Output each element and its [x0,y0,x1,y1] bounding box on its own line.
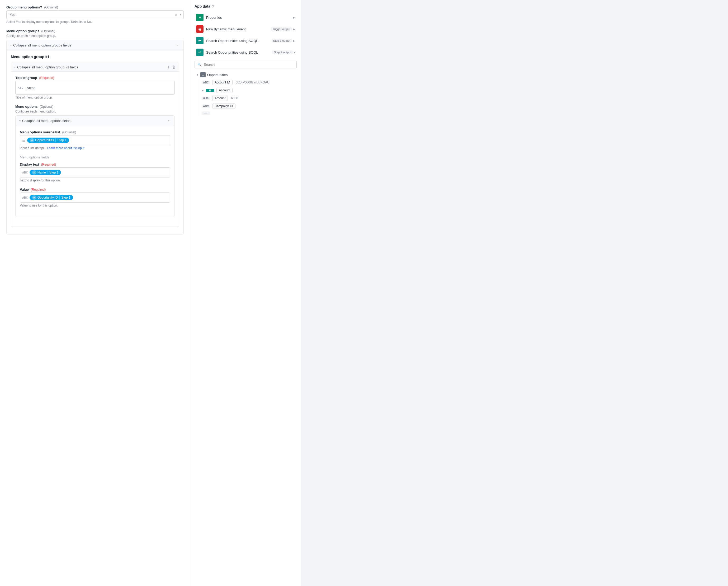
sidebar-item-soql-2[interactable]: ⇌ Search Opportunities using SOQL Step 2… [194,47,297,58]
value-label: Value (Required) [20,187,170,192]
group-1-delete-btn[interactable]: 🗑 [172,65,176,69]
pill-name: Opportunities [35,138,54,142]
group-menu-options-select[interactable]: Yes No [7,10,183,19]
tree-header[interactable]: ▼ ☰ Opportunities [194,71,297,78]
campaign-id-name: Campaign ID [212,103,235,109]
sidebar-item-dynamic-menu[interactable]: ◉ New dynamic menu event Trigger output … [194,23,297,35]
dynamic-menu-chevron: ▶ [293,28,295,31]
title-of-group-label: Title of group (Required) [15,76,175,80]
group-1-move-btn[interactable]: ✛ [167,65,170,69]
tree-child-account[interactable]: ▶ ⊞ Account [199,86,297,94]
value-field: Value (Required) ABC ⇌ Opportunity ID [20,187,170,207]
learn-more-link[interactable]: Learn more about list input [47,146,84,150]
account-id-value: 0014P000027nJuKQAU [236,80,269,84]
search-input[interactable] [204,62,294,67]
soql-1-chevron: ▶ [293,40,295,42]
menu-option-groups-collapse-header[interactable]: ▾ Collapse all menu option groups fields… [7,40,183,50]
soql-1-right: Step 1 output ▶ [271,39,295,43]
menu-options-collapse-label: Collapse all menu options fields [22,119,71,123]
value-pill[interactable]: ⇌ Opportunity ID Step 1 [30,195,73,200]
dynamic-menu-label: New dynamic menu event [206,27,246,31]
tree-chevron: ▼ [196,73,199,76]
group-1-collapse-title: ▾ Collapse all menu option group #1 fiel… [14,65,78,69]
display-text-field: Display text (Required) ABC ⇌ Name [20,162,170,182]
sidebar-title: App data ? [194,4,297,8]
display-text-input[interactable]: ABC ⇌ Name Step 1 [20,168,170,177]
value-pill-icon: ⇌ [32,196,36,200]
properties-icon: ≡ [196,14,204,21]
value-separator [59,196,60,199]
campaign-id-type: ABC [202,105,210,108]
group-menu-options-label: Group menu options? (Optional) [6,5,184,9]
value-pill-step: Step 1 [61,196,71,199]
collapse-body: Menu option group #1 ▾ Collapse all menu… [7,50,183,234]
value-input[interactable]: ABC ⇌ Opportunity ID Step 1 [20,193,170,203]
collapse-dots-menu[interactable]: ··· [176,43,180,48]
amount-value: 6000 [231,96,238,100]
soql-2-icon: ⇌ [196,49,204,56]
display-text-prefix: ABC [22,171,28,174]
source-list-description: Input a list datapill. Learn more about … [20,146,170,150]
tree-child-account-id[interactable]: ABC Account ID 0014P000027nJuKQAU [199,78,297,86]
collapse-actions: ··· [176,43,180,48]
group-1-body: Title of group (Required) ABC Title of m… [11,71,179,227]
menu-options-nested-description: Configure each menu option. [15,109,175,113]
display-text-pill-name: Name [37,171,46,174]
select-clear-icon[interactable]: × [175,13,177,17]
display-text-pill-icon: ⇌ [32,170,36,175]
menu-options-collapse-header[interactable]: ▾ Collapse all menu options fields ··· [16,116,175,126]
properties-chevron: ▶ [293,16,295,19]
menu-options-fields-header: Menu options fields [20,155,170,159]
tree-list-icon: ☰ [200,72,206,77]
collapse-chevron-icon: ▾ [10,44,11,47]
tree-section: ▼ ☰ Opportunities ABC Account ID 0014P00… [194,71,297,116]
pill-icon: ⇌ [30,138,34,142]
soql-1-step: Step 1 output [271,39,292,43]
sidebar-search[interactable]: 🔍 [194,61,297,69]
soql-2-labels: Search Opportunities using SOQL [206,50,258,54]
title-prefix: ABC [18,86,25,89]
dash-type: — [202,111,210,115]
dynamic-menu-icon: ◉ [196,25,204,33]
menu-options-dots[interactable]: ··· [166,118,171,123]
soql-2-step: Step 2 output [272,50,293,54]
source-list-pill[interactable]: ⇌ Opportunities Step 1 [27,137,69,143]
title-of-group-description: Title of menu option group [15,96,175,99]
sidebar-item-properties[interactable]: ≡ Properties ▶ [194,11,297,23]
menu-option-groups-field: Menu option groups (Optional) Configure … [6,29,184,234]
help-icon[interactable]: ? [212,4,214,8]
source-list-label: Menu options source list (Optional) [20,130,170,134]
account-expand-btn[interactable]: ▶ [202,89,204,92]
menu-options-collapse: ▾ Collapse all menu options fields ··· [15,116,175,217]
tree-label: Opportunities [207,73,228,77]
account-id-name: Account ID [212,80,233,85]
group-menu-options-description: Select Yes to display menu options in gr… [6,20,184,24]
tree-child-amount[interactable]: 0.00 Amount 6000 [199,94,297,102]
menu-options-collapse-title: ▾ Collapse all menu options fields [19,119,71,123]
menu-options-nested-label: Menu options (Optional) [15,105,175,108]
source-list-icon: ☰ [22,138,26,142]
menu-option-groups-collapse: ▾ Collapse all menu option groups fields… [6,40,184,234]
value-description: Value to use for this option. [20,204,170,207]
group-menu-options-field: Group menu options? (Optional) Yes No × … [6,5,184,24]
menu-options-collapse-body: Menu options source list (Optional) ☰ ⇌ … [16,126,175,217]
sidebar-item-soql-1[interactable]: ⇌ Search Opportunities using SOQL Step 1… [194,35,297,47]
group-1-title: Menu option group #1 [11,55,179,59]
pill-separator [55,138,56,142]
soql-1-label: Search Opportunities using SOQL [206,39,258,43]
tree-child-campaign-id[interactable]: ABC Campaign ID [199,102,297,110]
dynamic-menu-step: Trigger output [271,27,292,31]
properties-label: Properties [206,16,222,20]
soql-2-chevron: ▾ [294,51,295,54]
group-menu-options-select-wrapper[interactable]: Yes No × ▾ [6,10,184,19]
display-text-pill[interactable]: ⇌ Name Step 1 [30,170,61,175]
search-icon: 🔍 [198,62,202,67]
source-list-field: Menu options source list (Optional) ☰ ⇌ … [20,130,170,150]
select-arrow-icon: ▾ [180,13,181,16]
source-list-input[interactable]: ☰ ⇌ Opportunities Step 1 [20,135,170,145]
group-1-collapse-header[interactable]: ▾ Collapse all menu option group #1 fiel… [11,63,179,71]
title-of-group-input[interactable]: ABC [15,81,175,95]
account-id-type: ABC [202,81,210,84]
value-pill-name: Opportunity ID [37,196,58,199]
title-of-group-text-input[interactable] [27,83,172,93]
